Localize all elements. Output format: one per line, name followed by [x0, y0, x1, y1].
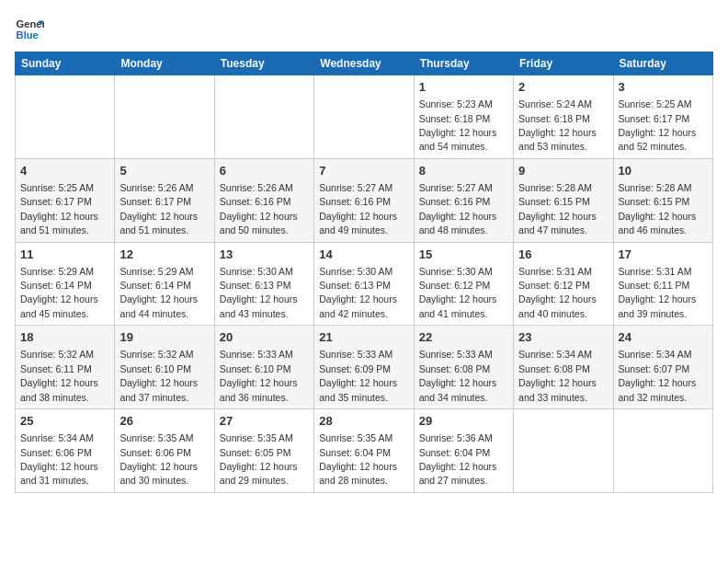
calendar-header: SundayMondayTuesdayWednesdayThursdayFrid…	[16, 52, 713, 75]
day-number: 5	[119, 163, 209, 179]
day-number: 13	[220, 247, 309, 263]
day-info: Sunrise: 5:28 AM Sunset: 6:15 PM Dayligh…	[518, 182, 597, 236]
svg-text:General: General	[17, 18, 44, 29]
day-cell: 29Sunrise: 5:36 AM Sunset: 6:04 PM Dayli…	[414, 409, 513, 493]
day-cell: 8Sunrise: 5:27 AM Sunset: 6:16 PM Daylig…	[414, 158, 513, 242]
day-info: Sunrise: 5:36 AM Sunset: 6:04 PM Dayligh…	[419, 432, 497, 486]
day-number: 7	[319, 163, 408, 179]
day-info: Sunrise: 5:30 AM Sunset: 6:13 PM Dayligh…	[319, 266, 397, 319]
day-number: 25	[20, 413, 109, 430]
day-cell: 5Sunrise: 5:26 AM Sunset: 6:17 PM Daylig…	[115, 158, 214, 242]
week-row-4: 18Sunrise: 5:32 AM Sunset: 6:11 PM Dayli…	[16, 326, 713, 409]
day-number: 15	[419, 247, 508, 263]
week-row-2: 4Sunrise: 5:25 AM Sunset: 6:17 PM Daylig…	[16, 158, 713, 242]
day-number: 19	[119, 329, 209, 346]
day-info: Sunrise: 5:28 AM Sunset: 6:15 PM Dayligh…	[619, 182, 697, 236]
calendar-table: SundayMondayTuesdayWednesdayThursdayFrid…	[15, 52, 713, 493]
day-cell: 6Sunrise: 5:26 AM Sunset: 6:16 PM Daylig…	[214, 158, 313, 242]
header-cell-thursday: Thursday	[414, 52, 513, 75]
day-info: Sunrise: 5:35 AM Sunset: 6:04 PM Dayligh…	[319, 432, 397, 486]
day-info: Sunrise: 5:31 AM Sunset: 6:12 PM Dayligh…	[518, 266, 597, 319]
day-number: 6	[220, 163, 309, 179]
day-number: 4	[20, 163, 109, 179]
day-cell: 20Sunrise: 5:33 AM Sunset: 6:10 PM Dayli…	[214, 326, 313, 409]
day-cell: 4Sunrise: 5:25 AM Sunset: 6:17 PM Daylig…	[16, 158, 115, 242]
day-info: Sunrise: 5:25 AM Sunset: 6:17 PM Dayligh…	[20, 182, 98, 236]
calendar-body: 1Sunrise: 5:23 AM Sunset: 6:18 PM Daylig…	[16, 75, 713, 493]
day-info: Sunrise: 5:33 AM Sunset: 6:10 PM Dayligh…	[220, 349, 298, 402]
day-number: 23	[518, 329, 608, 346]
day-cell: 16Sunrise: 5:31 AM Sunset: 6:12 PM Dayli…	[514, 242, 613, 326]
day-cell: 18Sunrise: 5:32 AM Sunset: 6:11 PM Dayli…	[16, 326, 115, 409]
header-cell-friday: Friday	[514, 52, 613, 75]
day-cell: 17Sunrise: 5:31 AM Sunset: 6:11 PM Dayli…	[613, 242, 712, 326]
week-row-5: 25Sunrise: 5:34 AM Sunset: 6:06 PM Dayli…	[16, 409, 713, 493]
day-number: 8	[419, 163, 508, 179]
day-cell: 21Sunrise: 5:33 AM Sunset: 6:09 PM Dayli…	[314, 326, 414, 409]
day-info: Sunrise: 5:35 AM Sunset: 6:05 PM Dayligh…	[220, 432, 298, 486]
day-number: 29	[419, 413, 508, 430]
day-number: 24	[619, 329, 708, 346]
day-number: 18	[20, 329, 109, 346]
day-cell: 24Sunrise: 5:34 AM Sunset: 6:07 PM Dayli…	[613, 326, 712, 409]
day-number: 27	[220, 413, 309, 430]
day-number: 16	[518, 247, 608, 263]
day-info: Sunrise: 5:31 AM Sunset: 6:11 PM Dayligh…	[619, 266, 697, 319]
header-cell-saturday: Saturday	[613, 52, 712, 75]
day-cell	[613, 409, 712, 493]
day-info: Sunrise: 5:33 AM Sunset: 6:08 PM Dayligh…	[419, 349, 497, 402]
day-cell	[115, 75, 214, 159]
day-cell: 14Sunrise: 5:30 AM Sunset: 6:13 PM Dayli…	[314, 242, 414, 326]
day-cell: 15Sunrise: 5:30 AM Sunset: 6:12 PM Dayli…	[414, 242, 513, 326]
day-info: Sunrise: 5:26 AM Sunset: 6:16 PM Dayligh…	[220, 182, 298, 236]
header: General Blue	[15, 15, 713, 44]
day-number: 20	[220, 329, 309, 346]
day-number: 3	[619, 79, 708, 96]
day-info: Sunrise: 5:23 AM Sunset: 6:18 PM Dayligh…	[419, 98, 497, 152]
day-number: 10	[619, 163, 708, 179]
day-info: Sunrise: 5:32 AM Sunset: 6:10 PM Dayligh…	[119, 349, 198, 402]
header-cell-wednesday: Wednesday	[314, 52, 414, 75]
day-cell	[314, 75, 414, 159]
day-cell: 13Sunrise: 5:30 AM Sunset: 6:13 PM Dayli…	[214, 242, 313, 326]
day-info: Sunrise: 5:24 AM Sunset: 6:18 PM Dayligh…	[518, 98, 597, 152]
day-number: 11	[20, 247, 109, 263]
svg-text:Blue: Blue	[17, 29, 39, 40]
day-cell	[16, 75, 115, 159]
header-cell-sunday: Sunday	[16, 52, 115, 75]
day-cell: 23Sunrise: 5:34 AM Sunset: 6:08 PM Dayli…	[514, 326, 613, 409]
day-number: 28	[319, 413, 408, 430]
day-cell: 10Sunrise: 5:28 AM Sunset: 6:15 PM Dayli…	[613, 158, 712, 242]
day-cell: 3Sunrise: 5:25 AM Sunset: 6:17 PM Daylig…	[613, 75, 712, 159]
day-cell: 22Sunrise: 5:33 AM Sunset: 6:08 PM Dayli…	[414, 326, 513, 409]
day-cell: 27Sunrise: 5:35 AM Sunset: 6:05 PM Dayli…	[214, 409, 313, 493]
day-cell: 9Sunrise: 5:28 AM Sunset: 6:15 PM Daylig…	[514, 158, 613, 242]
day-cell: 28Sunrise: 5:35 AM Sunset: 6:04 PM Dayli…	[314, 409, 414, 493]
day-info: Sunrise: 5:35 AM Sunset: 6:06 PM Dayligh…	[119, 432, 198, 486]
day-info: Sunrise: 5:27 AM Sunset: 6:16 PM Dayligh…	[419, 182, 497, 236]
day-info: Sunrise: 5:34 AM Sunset: 6:07 PM Dayligh…	[619, 349, 697, 402]
day-cell: 12Sunrise: 5:29 AM Sunset: 6:14 PM Dayli…	[115, 242, 214, 326]
day-info: Sunrise: 5:26 AM Sunset: 6:17 PM Dayligh…	[119, 182, 198, 236]
day-cell: 1Sunrise: 5:23 AM Sunset: 6:18 PM Daylig…	[414, 75, 513, 159]
day-number: 2	[518, 79, 608, 96]
day-cell: 26Sunrise: 5:35 AM Sunset: 6:06 PM Dayli…	[115, 409, 214, 493]
day-cell: 7Sunrise: 5:27 AM Sunset: 6:16 PM Daylig…	[314, 158, 414, 242]
day-number: 17	[619, 247, 708, 263]
logo-icon: General Blue	[15, 15, 44, 44]
day-number: 9	[518, 163, 608, 179]
header-cell-monday: Monday	[115, 52, 214, 75]
logo: General Blue	[15, 15, 44, 44]
day-number: 12	[119, 247, 209, 263]
day-cell: 19Sunrise: 5:32 AM Sunset: 6:10 PM Dayli…	[115, 326, 214, 409]
day-number: 26	[119, 413, 209, 430]
day-number: 1	[419, 79, 508, 96]
day-info: Sunrise: 5:34 AM Sunset: 6:08 PM Dayligh…	[518, 349, 597, 402]
day-info: Sunrise: 5:32 AM Sunset: 6:11 PM Dayligh…	[20, 349, 98, 402]
day-cell: 11Sunrise: 5:29 AM Sunset: 6:14 PM Dayli…	[16, 242, 115, 326]
day-info: Sunrise: 5:33 AM Sunset: 6:09 PM Dayligh…	[319, 349, 397, 402]
day-info: Sunrise: 5:25 AM Sunset: 6:17 PM Dayligh…	[619, 98, 697, 152]
day-cell: 2Sunrise: 5:24 AM Sunset: 6:18 PM Daylig…	[514, 75, 613, 159]
day-cell	[514, 409, 613, 493]
header-row: SundayMondayTuesdayWednesdayThursdayFrid…	[16, 52, 713, 75]
